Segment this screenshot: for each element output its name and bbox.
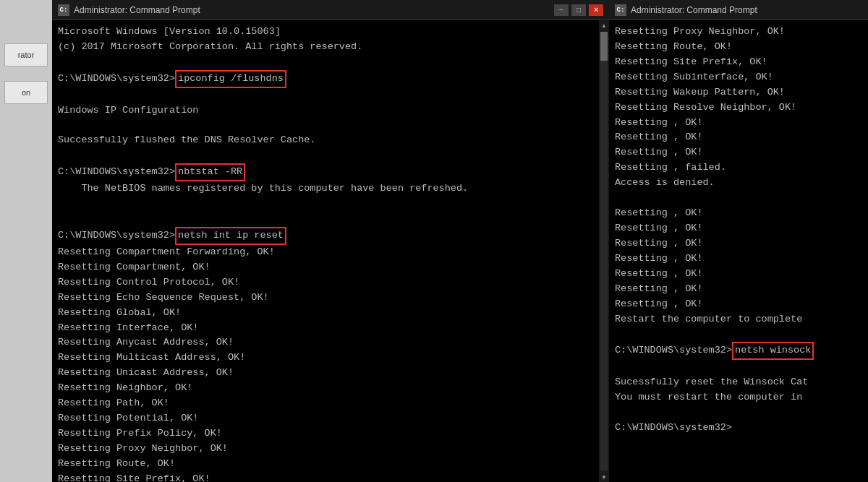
left-window-title: Administrator: Command Prompt	[74, 5, 550, 15]
cmd-window-left: C: Administrator: Command Prompt − □ ✕ M…	[52, 0, 609, 482]
cmd-window-right: C: Administrator: Command Prompt Resetti…	[609, 0, 868, 482]
scroll-down-left[interactable]: ▼	[599, 472, 609, 482]
right-titlebar: C: Administrator: Command Prompt	[609, 0, 868, 20]
cmd-highlight-ipconfig: ipconfig /flushdns	[175, 70, 286, 88]
cmd-highlight-netsh-int: netsh int ip reset	[175, 227, 286, 245]
right-window-icon: C:	[615, 4, 626, 16]
minimize-button-left[interactable]: −	[554, 4, 569, 16]
cmd-highlight-winsock: netsh winsock	[732, 342, 814, 360]
scroll-up-left[interactable]: ▲	[599, 20, 609, 30]
left-window-controls: − □ ✕	[554, 4, 603, 16]
cmd-highlight-nbtstat: nbtstat -RR	[175, 163, 245, 181]
right-cmd-body: Resetting Proxy Neighbor, OK! Resetting …	[609, 20, 868, 482]
left-window-icon: C:	[58, 4, 69, 16]
sidebar-tab-1[interactable]: rator	[4, 43, 48, 66]
close-button-left[interactable]: ✕	[589, 4, 603, 16]
right-window-title: Administrator: Command Prompt	[631, 5, 862, 15]
left-titlebar: C: Administrator: Command Prompt − □ ✕	[52, 0, 609, 20]
right-cmd-content: Resetting Proxy Neighbor, OK! Resetting …	[615, 25, 862, 436]
left-cmd-body: Microsoft Windows [Version 10.0.15063] (…	[52, 20, 609, 482]
left-sidebar: rator on	[0, 0, 52, 482]
maximize-button-left[interactable]: □	[571, 4, 586, 16]
scroll-track-left	[600, 32, 608, 470]
sidebar-tab-2[interactable]: on	[4, 81, 48, 104]
left-cmd-content: Microsoft Windows [Version 10.0.15063] (…	[58, 25, 603, 482]
left-scrollbar[interactable]: ▲ ▼	[599, 20, 609, 482]
scroll-thumb-left[interactable]	[600, 32, 608, 61]
